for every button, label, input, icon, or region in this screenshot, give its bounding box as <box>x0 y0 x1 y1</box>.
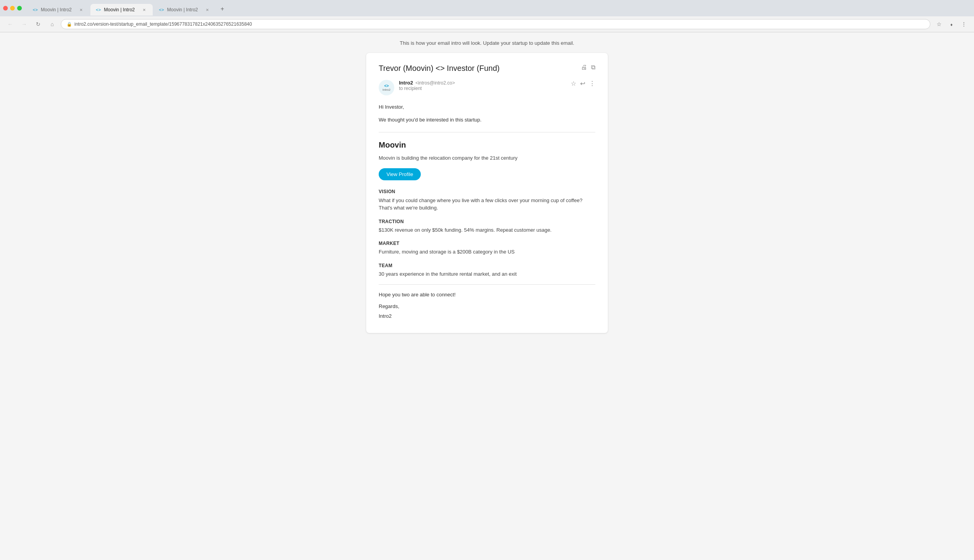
reply-icon[interactable]: ↩ <box>580 80 585 87</box>
back-button[interactable]: ← <box>5 19 16 30</box>
vision-section: VISION What if you could change where yo… <box>379 188 595 211</box>
email-intro: We thought you'd be interested in this s… <box>379 116 595 124</box>
forward-button[interactable]: → <box>19 19 30 30</box>
tab-title-2: Moovin | Intro2 <box>104 7 138 12</box>
traffic-lights <box>3 6 22 14</box>
browser-tab-1[interactable]: <> Moovin | Intro2 ✕ <box>27 4 90 16</box>
email-subject: Trevor (Moovin) <> Investor (Fund) <box>379 64 499 73</box>
tab-close-3[interactable]: ✕ <box>204 7 210 13</box>
team-section: TEAM 30 years experience in the furnitur… <box>379 262 595 278</box>
open-external-icon[interactable]: ⧉ <box>591 64 595 71</box>
traction-section: TRACTION $130K revenue on only $50k fund… <box>379 218 595 234</box>
sender-row: <> Intro2 Intro2 <intros@intro2.co> to r… <box>379 80 595 95</box>
menu-icon[interactable]: ⋮ <box>958 19 969 30</box>
print-icon[interactable]: 🖨 <box>581 64 587 71</box>
traction-label: TRACTION <box>379 218 595 225</box>
sender-email: <intros@intro2.co> <box>415 80 455 86</box>
traffic-light-maximize[interactable] <box>17 6 22 11</box>
sender-info: Intro2 <intros@intro2.co> to recipient <box>399 80 566 91</box>
startup-tagline: Moovin is building the relocation compan… <box>379 154 595 162</box>
team-text: 30 years experience in the furniture ren… <box>379 270 595 278</box>
vision-text: What if you could change where you live … <box>379 197 595 212</box>
bookmark-icon[interactable]: ☆ <box>933 19 944 30</box>
tab-bar: <> Moovin | Intro2 ✕ <> Moovin | Intro2 … <box>0 0 974 16</box>
divider-top <box>379 132 595 132</box>
toolbar-icons: ☆ ⬧ ⋮ <box>933 19 969 30</box>
traffic-light-minimize[interactable] <box>10 6 15 11</box>
url-text: intro2.co/version-test/startup_email_tem… <box>74 21 252 27</box>
market-label: MARKET <box>379 240 595 247</box>
browser-chrome: <> Moovin | Intro2 ✕ <> Moovin | Intro2 … <box>0 0 974 32</box>
view-profile-button[interactable]: View Profile <box>379 168 421 180</box>
browser-tab-2[interactable]: <> Moovin | Intro2 ✕ <box>90 4 153 16</box>
sender-name-row: Intro2 <intros@intro2.co> <box>399 80 566 86</box>
more-icon[interactable]: ⋮ <box>589 80 595 87</box>
team-label: TEAM <box>379 262 595 269</box>
tab-favicon-2: <> <box>96 7 101 12</box>
address-bar: ← → ↻ ⌂ 🔒 intro2.co/version-test/startup… <box>0 16 974 32</box>
tab-close-1[interactable]: ✕ <box>78 7 84 13</box>
star-icon[interactable]: ☆ <box>571 80 576 87</box>
closing-section: Hope you two are able to connect! Regard… <box>379 291 595 321</box>
email-greeting: Hi Investor, <box>379 103 595 111</box>
vision-label: VISION <box>379 188 595 195</box>
tab-favicon-3: <> <box>159 7 164 12</box>
market-text: Furniture, moving and storage is a $200B… <box>379 248 595 256</box>
tab-favicon-1: <> <box>33 7 38 12</box>
sender-to: to recipient <box>399 86 566 91</box>
divider-bottom <box>379 284 595 285</box>
market-section: MARKET Furniture, moving and storage is … <box>379 240 595 256</box>
sender-actions: ☆ ↩ ⋮ <box>571 80 595 87</box>
url-bar[interactable]: 🔒 intro2.co/version-test/startup_email_t… <box>61 19 930 29</box>
new-tab-button[interactable]: + <box>217 3 228 16</box>
tab-close-2[interactable]: ✕ <box>141 7 147 13</box>
refresh-button[interactable]: ↻ <box>33 19 44 30</box>
lock-icon: 🔒 <box>67 22 72 27</box>
page-content: This is how your email intro will look. … <box>0 32 974 560</box>
tab-title-1: Moovin | Intro2 <box>41 7 75 12</box>
traction-text: $130K revenue on only $50k funding. 54% … <box>379 226 595 234</box>
signature-text: Intro2 <box>379 312 595 321</box>
email-body: Hi Investor, We thought you'd be interes… <box>379 103 595 321</box>
sender-name: Intro2 <box>399 80 413 86</box>
startup-name: Moovin <box>379 139 595 151</box>
home-button[interactable]: ⌂ <box>47 19 58 30</box>
sender-avatar: <> Intro2 <box>379 80 394 95</box>
email-header: Trevor (Moovin) <> Investor (Fund) 🖨 ⧉ <box>379 64 595 73</box>
info-bar: This is how your email intro will look. … <box>400 40 574 46</box>
avatar-tag: Intro2 <box>383 88 390 92</box>
extensions-icon[interactable]: ⬧ <box>946 19 957 30</box>
regards-text: Regards, <box>379 303 595 311</box>
closing-text: Hope you two are able to connect! <box>379 291 595 299</box>
browser-tab-3[interactable]: <> Moovin | Intro2 ✕ <box>154 4 216 16</box>
email-header-actions: 🖨 ⧉ <box>581 64 595 71</box>
tab-title-3: Moovin | Intro2 <box>167 7 201 12</box>
traffic-light-close[interactable] <box>3 6 8 11</box>
email-container: Trevor (Moovin) <> Investor (Fund) 🖨 ⧉ <… <box>366 53 608 333</box>
avatar-logo: <> <box>384 84 389 88</box>
